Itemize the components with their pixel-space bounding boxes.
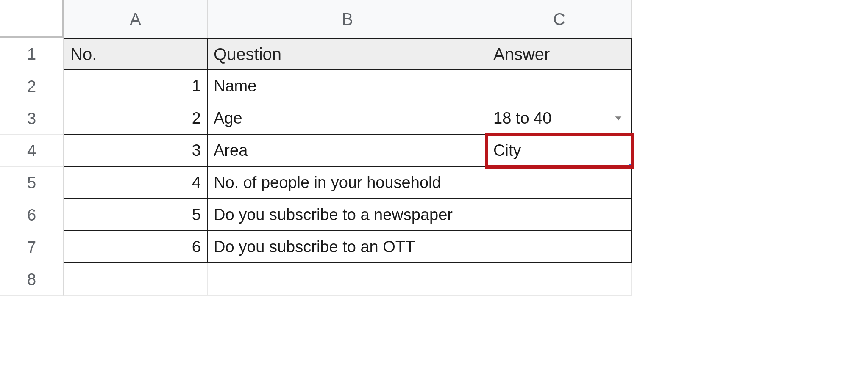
cell-C8[interactable]: [487, 263, 632, 296]
cell-A3[interactable]: 2: [64, 102, 208, 135]
cell-B1[interactable]: Question: [208, 38, 487, 70]
column-header-B[interactable]: B: [208, 0, 487, 38]
row-header-8[interactable]: 8: [0, 263, 64, 296]
cell-A1[interactable]: No.: [64, 38, 208, 70]
row-6: 6 5 Do you subscribe to a newspaper: [0, 199, 868, 231]
row-header-4[interactable]: 4: [0, 135, 64, 167]
cell-C4[interactable]: City: [487, 135, 632, 167]
row-2: 2 1 Name: [0, 70, 868, 102]
cell-A5[interactable]: 4: [64, 167, 208, 199]
cell-C7[interactable]: [487, 231, 632, 263]
row-header-6[interactable]: 6: [0, 199, 64, 231]
row-header-3[interactable]: 3: [0, 102, 64, 135]
cell-C4-value: City: [493, 142, 521, 158]
row-3: 3 2 Age 18 to 40: [0, 102, 868, 135]
cell-C6[interactable]: [487, 199, 632, 231]
cell-C5[interactable]: [487, 167, 632, 199]
cell-C3[interactable]: 18 to 40: [487, 102, 632, 135]
row-7: 7 6 Do you subscribe to an OTT: [0, 231, 868, 263]
cell-A2[interactable]: 1: [64, 70, 208, 102]
cell-B6[interactable]: Do you subscribe to a newspaper: [208, 199, 487, 231]
cell-A7[interactable]: 6: [64, 231, 208, 263]
spreadsheet[interactable]: A B C 1 No. Question Answer 2 1 Name 3 2…: [0, 0, 868, 296]
cell-B3[interactable]: Age: [208, 102, 487, 135]
dropdown-arrow-icon[interactable]: [614, 113, 623, 123]
cell-B4[interactable]: Area: [208, 135, 487, 167]
cell-C2[interactable]: [487, 70, 632, 102]
row-header-2[interactable]: 2: [0, 70, 64, 102]
cell-A6[interactable]: 5: [64, 199, 208, 231]
cell-B2[interactable]: Name: [208, 70, 487, 102]
cell-C3-value: 18 to 40: [493, 110, 551, 126]
cell-A8[interactable]: [64, 263, 208, 296]
row-header-1[interactable]: 1: [0, 38, 64, 70]
cell-A4[interactable]: 3: [64, 135, 208, 167]
row-1: 1 No. Question Answer: [0, 38, 868, 70]
row-4: 4 3 Area City: [0, 135, 868, 167]
cell-B7[interactable]: Do you subscribe to an OTT: [208, 231, 487, 263]
cell-B5[interactable]: No. of people in your household: [208, 167, 487, 199]
row-header-5[interactable]: 5: [0, 167, 64, 199]
cell-B8[interactable]: [208, 263, 487, 296]
row-5: 5 4 No. of people in your household: [0, 167, 868, 199]
column-header-A[interactable]: A: [64, 0, 208, 38]
row-8: 8: [0, 263, 868, 296]
column-header-row: A B C: [0, 0, 868, 38]
column-header-C[interactable]: C: [487, 0, 632, 38]
cell-C1[interactable]: Answer: [487, 38, 632, 70]
select-all-corner[interactable]: [0, 0, 64, 38]
row-header-7[interactable]: 7: [0, 231, 64, 263]
selection-fill-handle[interactable]: [628, 163, 633, 169]
